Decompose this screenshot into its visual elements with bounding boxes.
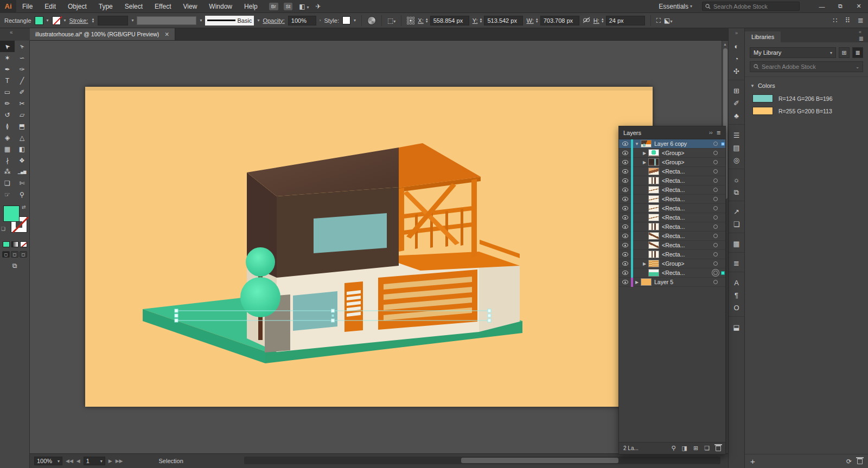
expand-chevron-icon[interactable]: ▼ xyxy=(633,142,641,146)
shape-builder-tool[interactable]: ◈ xyxy=(0,132,15,143)
visibility-eye-icon[interactable] xyxy=(619,225,631,229)
tab-libraries[interactable]: Libraries xyxy=(745,31,781,42)
scroll-up-icon[interactable]: ▲ xyxy=(722,41,728,46)
lasso-tool[interactable]: ∽ xyxy=(15,52,29,63)
layer-row-recta[interactable]: <Recta... xyxy=(619,195,725,204)
selection-handle[interactable] xyxy=(331,309,335,312)
layer-label[interactable]: <Recta... xyxy=(662,177,711,184)
arrange-documents-icon[interactable]: ◧▾ xyxy=(299,3,309,10)
visibility-eye-icon[interactable] xyxy=(619,234,631,238)
target-circle-icon[interactable] xyxy=(711,197,720,201)
chevron-down-icon[interactable]: ▾ xyxy=(200,18,202,23)
restore-button[interactable]: ⧉ xyxy=(831,0,850,13)
visibility-eye-icon[interactable] xyxy=(619,188,631,192)
x-field[interactable]: X:▲▼558.854 px xyxy=(418,16,469,25)
target-circle-icon[interactable] xyxy=(711,169,720,174)
draw-inside-mode-button[interactable]: ◻ xyxy=(20,251,27,258)
chevron-right-icon[interactable]: › xyxy=(320,18,321,23)
layer-row-recta[interactable]: <Recta... xyxy=(619,176,725,185)
layer-row-recta[interactable]: <Recta... xyxy=(619,222,725,232)
expand-chevron-icon[interactable]: ▶ xyxy=(641,261,648,266)
opacity-value[interactable]: 100% xyxy=(288,16,316,25)
field-stepper[interactable]: ▲▼ xyxy=(425,18,429,23)
layer-label[interactable]: <Recta... xyxy=(662,187,711,193)
tab-close-icon[interactable]: ✕ xyxy=(164,31,169,37)
layer-label[interactable]: <Recta... xyxy=(662,196,711,202)
libraries-menu-icon[interactable]: ≣ xyxy=(859,35,864,42)
workspace-switcher[interactable]: Essentials ▾ xyxy=(659,3,692,10)
gradient-tool[interactable]: ◧ xyxy=(15,143,29,155)
target-circle-icon[interactable] xyxy=(711,151,720,155)
chevron-down-icon[interactable]: ▾ xyxy=(131,18,133,23)
dock-expand-icon[interactable]: » xyxy=(729,28,744,40)
layer-row-layer-5[interactable]: ▶Layer 5 xyxy=(619,278,725,287)
stock-button[interactable]: St xyxy=(284,3,293,10)
layer-row-recta[interactable]: <Recta... xyxy=(619,241,725,250)
zoom-tool[interactable]: ⚲ xyxy=(15,189,29,200)
selection-handle[interactable] xyxy=(331,319,335,322)
shaper-tool[interactable]: ✏ xyxy=(0,98,15,109)
brushes-panel-icon[interactable]: ✐ xyxy=(729,97,744,110)
paragraph-panel-icon[interactable]: ¶ xyxy=(729,289,744,302)
layer-label[interactable]: <Group> xyxy=(662,150,711,156)
direct-selection-tool[interactable]: ➢ xyxy=(15,41,29,52)
symbols-panel-icon[interactable]: ♣ xyxy=(729,110,744,122)
target-circle-icon[interactable] xyxy=(711,271,720,275)
tree-foliage-lower[interactable] xyxy=(240,277,280,317)
target-circle-icon[interactable] xyxy=(711,243,720,247)
eyedropper-tool[interactable]: ∤ xyxy=(0,155,15,166)
minimize-button[interactable]: — xyxy=(813,0,831,13)
y-field[interactable]: Y:▲▼513.542 px xyxy=(473,16,524,25)
stroke-weight-stepper[interactable]: ▲▼ xyxy=(91,18,94,23)
target-circle-icon[interactable] xyxy=(711,234,720,238)
free-transform-tool[interactable]: ⬒ xyxy=(15,120,29,132)
visibility-eye-icon[interactable] xyxy=(619,169,631,174)
color-swatch[interactable] xyxy=(752,107,773,115)
type-tool[interactable]: T xyxy=(0,75,15,86)
first-artboard-icon[interactable]: ◀◀ xyxy=(66,458,73,464)
none-button[interactable] xyxy=(20,241,27,247)
layer-row-recta[interactable]: <Recta... xyxy=(619,213,725,222)
reference-point-grid[interactable] xyxy=(407,17,414,24)
layer-label[interactable]: <Group> xyxy=(662,159,711,165)
artboards-panel-icon[interactable]: ❏ xyxy=(729,218,744,230)
magic-wand-tool[interactable]: ✶ xyxy=(0,52,15,63)
zoom-level-select[interactable]: 100% ▾ xyxy=(34,457,62,465)
change-screen-mode-icon[interactable]: ⧉ xyxy=(0,262,29,270)
next-artboard-icon[interactable]: ▶ xyxy=(108,458,112,464)
gradient-panel-icon[interactable]: ▤ xyxy=(729,142,744,154)
new-sublayer-icon[interactable]: ⊞ xyxy=(693,445,698,452)
field-value[interactable]: 513.542 px xyxy=(484,16,523,25)
transform-rotate-icon[interactable]: ⬕▾ xyxy=(664,17,672,24)
layer-row-recta[interactable]: <Recta... xyxy=(619,250,725,259)
close-button[interactable]: ✕ xyxy=(850,0,868,13)
fill-color-swatch[interactable] xyxy=(35,16,43,25)
layer-row-group[interactable]: ▶<Group> xyxy=(619,158,725,167)
swatches-panel-icon[interactable]: ⊞ xyxy=(729,85,744,97)
field-stepper[interactable]: ▲▼ xyxy=(535,18,539,23)
asset-export-panel-icon[interactable]: ↗ xyxy=(729,206,744,218)
trash-icon[interactable] xyxy=(857,458,863,464)
menu-help[interactable]: Help xyxy=(238,3,264,10)
arrange-icon[interactable]: ⠿ xyxy=(845,16,851,24)
selection-handle[interactable] xyxy=(175,309,178,312)
color-themes-panel-icon[interactable]: ✣ xyxy=(729,65,744,78)
align-panel-icon[interactable]: ≣ xyxy=(729,257,744,270)
document-tab[interactable]: illustratorhouse.ai* @ 100% (RGB/GPU Pre… xyxy=(30,28,175,40)
selection-handle[interactable] xyxy=(488,309,491,312)
layer-row-recta[interactable]: <Recta... xyxy=(619,204,725,213)
selection-handle[interactable] xyxy=(175,319,178,322)
library-select[interactable]: My Library ▾ xyxy=(750,47,836,58)
bridge-button[interactable]: Br xyxy=(269,3,278,10)
field-value[interactable]: 558.854 px xyxy=(430,16,469,25)
color-panel-icon[interactable]: ◐ xyxy=(729,40,744,53)
target-circle-icon[interactable] xyxy=(711,261,720,266)
mesh-tool[interactable]: ▦ xyxy=(0,143,15,155)
select-similar-icon[interactable]: ⬚▾ xyxy=(387,17,395,24)
visibility-eye-icon[interactable] xyxy=(619,261,631,266)
library-search-input[interactable]: Search Adobe Stock ⌄ xyxy=(750,61,863,72)
tree-foliage-upper[interactable] xyxy=(246,247,275,277)
layer-row-group[interactable]: ▶<Group> xyxy=(619,149,725,158)
add-content-icon[interactable]: + xyxy=(750,457,755,466)
expand-chevron-icon[interactable]: ▶ xyxy=(633,280,641,285)
